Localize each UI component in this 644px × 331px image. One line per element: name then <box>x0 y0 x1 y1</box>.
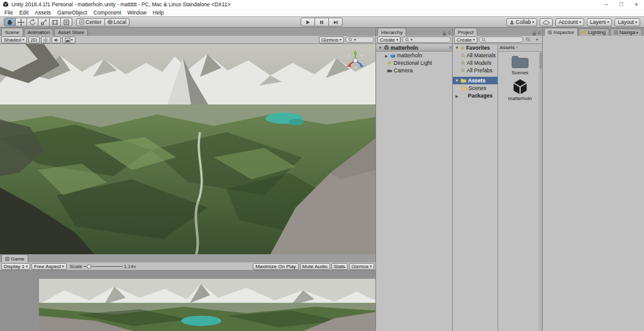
scene-effects-dropdown[interactable]: ▾ <box>62 36 75 43</box>
tab-scene[interactable]: Scene <box>1 28 23 36</box>
scene-gizmos-dropdown[interactable]: Gizmos ▾ <box>319 36 344 43</box>
menu-help[interactable]: Help <box>150 9 167 16</box>
tab-project[interactable]: Project <box>454 28 477 36</box>
account-dropdown[interactable]: Account ▾ <box>555 18 584 26</box>
play-button[interactable] <box>301 18 315 26</box>
tab-inspector[interactable]: Inspector <box>544 28 578 36</box>
asset-item-scenes[interactable]: Scenes <box>511 54 530 76</box>
hierarchy-item-label: matterholn <box>397 52 422 59</box>
expand-icon[interactable]: ▶ <box>384 53 389 58</box>
panel-menu-icon[interactable]: ≡ <box>538 30 541 36</box>
collab-dropdown[interactable]: Collab ▾ <box>506 18 537 26</box>
pivot-toggle-button[interactable]: Center <box>76 18 105 26</box>
project-search-input[interactable] <box>479 36 523 43</box>
minimize-button[interactable]: – <box>599 0 614 9</box>
title-bar: Unity 2018.4.1f1 Personal - matterholn.u… <box>0 0 644 9</box>
tab-game[interactable]: Game <box>1 254 28 262</box>
effects-caret-icon: ▾ <box>71 38 73 42</box>
project-scrollbar[interactable] <box>539 52 542 331</box>
layout-dropdown[interactable]: Layout ▾ <box>614 18 640 26</box>
search-icon <box>461 61 465 65</box>
mute-audio-button[interactable]: Mute Audio <box>300 263 330 270</box>
scene-search-input[interactable]: ▾ <box>345 36 374 43</box>
hierarchy-create-dropdown[interactable]: Create ▾ <box>377 36 401 43</box>
scenes-folder-label: Scenes <box>469 85 486 91</box>
favorites-row[interactable]: ▼ ★ Favorites <box>453 44 497 52</box>
maximize-button[interactable]: □ <box>614 0 629 9</box>
project-scrollbar-thumb[interactable] <box>540 52 542 69</box>
search-by-label-icon[interactable]: ★ <box>533 36 541 43</box>
scene-orientation-gizmo[interactable] <box>343 48 368 73</box>
rect-tool-button[interactable] <box>49 18 61 26</box>
2d-toggle-button[interactable]: 2D <box>28 36 40 43</box>
expand-icon[interactable]: ▶ <box>455 94 459 98</box>
layers-dropdown[interactable]: Layers ▾ <box>587 18 613 26</box>
search-icon <box>405 38 409 42</box>
menu-component[interactable]: Component <box>91 9 125 16</box>
expand-icon[interactable]: ▼ <box>455 46 459 50</box>
hand-tool-button[interactable] <box>4 18 16 26</box>
pause-button[interactable] <box>314 18 329 26</box>
hierarchy-item-directional-light[interactable]: Directional Light <box>376 59 452 67</box>
hierarchy-item-camera[interactable]: Camera <box>376 67 452 74</box>
menu-window[interactable]: Window <box>125 9 150 16</box>
project-create-dropdown[interactable]: Create ▾ <box>454 36 477 43</box>
display-dropdown[interactable]: Display 1 ▾ <box>1 263 30 270</box>
tab-animation[interactable]: Animation <box>24 28 54 36</box>
hierarchy-search-input[interactable]: ▾ <box>402 36 451 43</box>
favorite-all-prefabs[interactable]: All Prefabs <box>453 67 497 74</box>
tab-asset-store[interactable]: Asset Store <box>54 28 87 36</box>
space-toggle-button[interactable]: Local <box>104 18 130 26</box>
scale-slider-knob[interactable] <box>87 264 91 269</box>
shaded-dropdown[interactable]: Shaded ▾ <box>1 36 27 43</box>
move-tool-button[interactable] <box>15 18 27 26</box>
menu-edit[interactable]: Edit <box>16 9 32 16</box>
game-gizmos-dropdown[interactable]: Gizmos ▾ <box>349 263 374 270</box>
scale-slider[interactable] <box>84 264 123 269</box>
menu-file[interactable]: File <box>1 9 16 16</box>
inspector-tab-icon <box>548 30 552 35</box>
hierarchy-search-caret-icon: ▾ <box>411 38 413 42</box>
hierarchy-item-matterholn[interactable]: ▶ matterholn <box>376 52 452 59</box>
aspect-label: Free Aspect <box>34 264 61 269</box>
close-button[interactable]: × <box>629 0 644 9</box>
assets-root-row[interactable]: ▼ Assets <box>453 77 497 84</box>
lighting-tab-icon <box>582 30 587 35</box>
stats-label: Stats <box>334 264 345 269</box>
hierarchy-create-label: Create <box>380 37 395 43</box>
scale-tool-button[interactable] <box>38 18 50 26</box>
cloud-button[interactable] <box>540 18 553 26</box>
search-by-type-icon[interactable] <box>525 36 532 43</box>
lock-icon[interactable] <box>532 31 536 36</box>
folder-icon <box>460 93 467 98</box>
menu-assets[interactable]: Assets <box>31 9 54 16</box>
step-button[interactable] <box>328 18 343 26</box>
aspect-dropdown[interactable]: Free Aspect ▾ <box>31 263 67 270</box>
maximize-on-play-button[interactable]: Maximize On Play <box>253 263 298 270</box>
breadcrumb-label[interactable]: Assets <box>500 45 515 50</box>
packages-root-row[interactable]: ▶ Packages <box>453 92 497 99</box>
scene-viewport[interactable] <box>0 44 375 254</box>
favorite-all-materials[interactable]: All Materials <box>453 52 497 59</box>
tab-hierarchy[interactable]: Hierarchy <box>377 28 406 36</box>
tab-lighting[interactable]: Lighting <box>579 28 609 36</box>
hierarchy-tabstrip: Hierarchy ≡ <box>376 28 452 36</box>
rotate-tool-button[interactable] <box>26 18 38 26</box>
asset-item-label: matterholn <box>508 96 532 101</box>
scene-audio-toggle[interactable] <box>52 36 61 43</box>
menu-gameobject[interactable]: GameObject <box>54 9 91 16</box>
favorite-all-models[interactable]: All Models <box>453 59 497 67</box>
lock-icon[interactable] <box>442 31 447 36</box>
panel-menu-icon[interactable]: ≡ <box>448 30 451 36</box>
hierarchy-scene-row[interactable]: ▼ matterholn ≡ <box>376 44 452 52</box>
scenes-folder-row[interactable]: Scenes <box>453 84 497 92</box>
asset-item-matterholn[interactable]: matterholn <box>508 79 532 101</box>
game-viewport[interactable] <box>0 271 375 331</box>
scene-lighting-toggle[interactable] <box>41 36 50 43</box>
stats-button[interactable]: Stats <box>331 263 348 270</box>
expand-icon[interactable]: ▼ <box>455 79 459 82</box>
expand-icon[interactable]: ▼ <box>378 46 382 50</box>
tab-navigation[interactable]: Naviga ▾ <box>610 28 642 36</box>
transform-tool-button[interactable] <box>60 18 72 26</box>
layers-label: Layers <box>590 19 606 25</box>
